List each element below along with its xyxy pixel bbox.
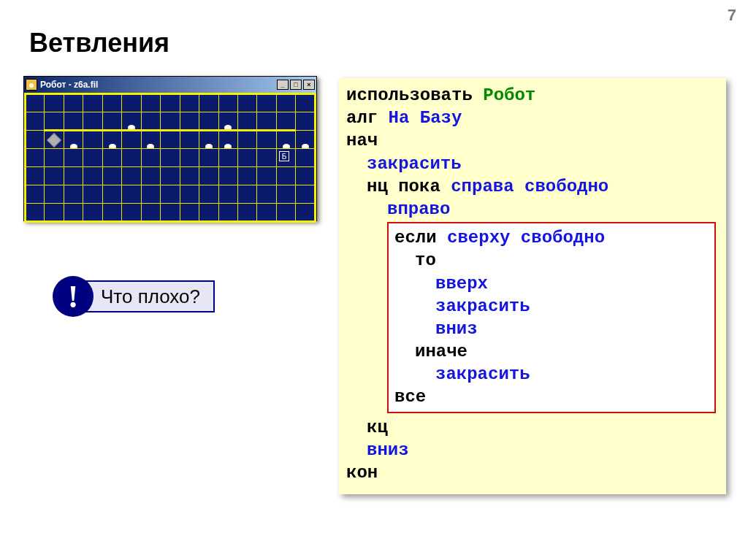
callout: ! Что плохо?: [53, 276, 215, 317]
code-line: вниз: [346, 439, 719, 461]
code-line: нц пока справа свободно: [346, 175, 719, 198]
robot-app-icon: ☻: [26, 79, 37, 91]
code-line: закрасить: [394, 363, 709, 386]
minimize-button[interactable]: _: [277, 80, 289, 90]
code-line: кц: [346, 416, 719, 439]
maximize-button[interactable]: □: [290, 80, 302, 90]
code-line: вверх: [394, 272, 709, 295]
robot-grid: Б: [24, 93, 316, 220]
code-line: нач: [346, 129, 719, 152]
code-line: закрасить: [394, 295, 709, 318]
code-panel: использовать Робот алг На Базу нач закра…: [339, 78, 726, 494]
if-block: если сверху свободно то вверх закрасить …: [387, 222, 716, 413]
code-line: если сверху свободно: [394, 226, 709, 249]
base-marker: Б: [279, 151, 289, 161]
code-line: вправо: [346, 198, 719, 220]
exclamation-icon: !: [53, 276, 94, 317]
code-line: иначе: [394, 340, 709, 363]
robot-window: ☻ Робот - z6a.fil _ □ × Б: [23, 76, 317, 221]
robot-marker: [47, 133, 61, 147]
close-button[interactable]: ×: [303, 80, 315, 90]
code-line: использовать Робот: [346, 84, 719, 107]
code-line: закрасить: [346, 153, 719, 175]
code-line: все: [394, 386, 709, 408]
code-line: вниз: [394, 318, 709, 340]
code-line: то: [394, 249, 709, 272]
window-title: Робот - z6a.fil: [40, 80, 277, 90]
code-line: алг На Базу: [346, 107, 719, 129]
code-line: кон: [346, 461, 719, 484]
window-titlebar: ☻ Робот - z6a.fil _ □ ×: [24, 77, 316, 93]
page-number: 7: [728, 6, 736, 25]
callout-text: Что плохо?: [80, 280, 215, 312]
page-title: Ветвления: [29, 28, 169, 58]
